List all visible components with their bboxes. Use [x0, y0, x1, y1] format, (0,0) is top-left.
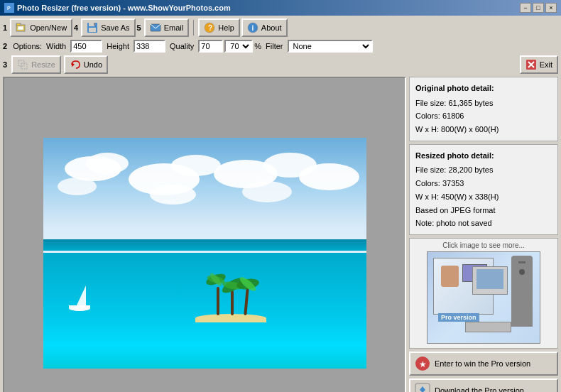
- resized-note: Note: photo not saved: [415, 217, 552, 230]
- height-label: Height: [107, 42, 129, 50]
- pro-screenshot[interactable]: Pro version: [427, 251, 540, 344]
- enter-pro-button[interactable]: ★ Enter to win the Pro version: [409, 352, 558, 376]
- about-button[interactable]: i About: [241, 18, 288, 37]
- minimize-button[interactable]: −: [520, 3, 531, 13]
- help-label: Help: [218, 23, 234, 32]
- pro-avatar: [441, 266, 459, 287]
- sailboat: [69, 283, 90, 311]
- step1-label: 1: [3, 23, 7, 32]
- resized-colors: Colors: 37353: [415, 177, 552, 190]
- content-area: Original photo detail: File size: 61,365…: [3, 77, 558, 392]
- svg-rect-6: [89, 23, 94, 26]
- pro-keyboard: [465, 322, 511, 332]
- email-label: Email: [164, 23, 184, 32]
- resized-format: Based on JPEG format: [415, 204, 552, 217]
- title-bar: P Photo Resizer (free version) - www.Sho…: [0, 0, 561, 16]
- original-file-size: File size: 61,365 bytes: [415, 97, 552, 110]
- step3-label: 3: [3, 60, 7, 69]
- options-label: Options:: [13, 42, 42, 50]
- resized-dimensions: W x H: 450(W) x 338(H): [415, 190, 552, 204]
- undo-label: Undo: [84, 60, 102, 69]
- svg-text:i: i: [251, 24, 254, 32]
- options-row: 2 Options: Width Height Quality 70 % Fil…: [3, 40, 558, 53]
- svg-rect-3: [16, 23, 21, 26]
- height-input[interactable]: [134, 40, 165, 53]
- resize-icon: [17, 59, 28, 70]
- percent-label: %: [254, 42, 261, 50]
- resize-button[interactable]: Resize: [11, 55, 61, 74]
- close-button[interactable]: ×: [545, 3, 557, 13]
- help-button[interactable]: ? Help: [198, 18, 240, 37]
- filter-label: Filter: [266, 42, 283, 50]
- save-as-button[interactable]: Save As: [81, 18, 135, 37]
- email-icon: [150, 22, 161, 33]
- save-icon: [87, 22, 98, 33]
- original-colors: Colors: 61806: [415, 109, 552, 123]
- undo-icon: [70, 59, 81, 70]
- undo-button[interactable]: Undo: [64, 55, 108, 74]
- pro-image-box[interactable]: Click image to see more... P: [409, 238, 558, 349]
- enter-pro-icon: ★: [415, 356, 430, 371]
- filter-select[interactable]: None: [288, 40, 373, 53]
- action-row: 3 Resize Undo: [3, 55, 558, 74]
- original-dimensions: W x H: 800(W) x 600(H): [415, 123, 552, 136]
- step5-label: 5: [137, 23, 141, 32]
- svg-text:★: ★: [419, 359, 427, 369]
- island: [188, 301, 273, 322]
- svg-rect-8: [94, 23, 95, 26]
- width-label: Width: [46, 42, 66, 50]
- enter-pro-label: Enter to win the Pro version: [435, 359, 530, 368]
- separator: [193, 20, 194, 36]
- help-icon: ?: [204, 22, 215, 33]
- pro-click-label: Click image to see more...: [413, 241, 555, 249]
- beach-photo: [43, 138, 366, 369]
- original-detail-box: Original photo detail: File size: 61,365…: [409, 77, 558, 141]
- pro-tower: [511, 256, 533, 327]
- about-icon: i: [247, 22, 258, 33]
- resize-label: Resize: [31, 60, 55, 69]
- window-title: Photo Resizer (free version) - www.ShowY…: [17, 4, 231, 12]
- quality-input[interactable]: [198, 40, 223, 53]
- svg-marker-16: [72, 62, 75, 67]
- download-pro-icon: [415, 383, 430, 392]
- window-controls: − □ ×: [520, 3, 557, 13]
- exit-button[interactable]: Exit: [520, 55, 558, 74]
- step4-label: 4: [74, 23, 78, 32]
- window-body: 1 Open/New 4 Save As: [0, 16, 561, 392]
- exit-icon: [525, 59, 537, 70]
- about-label: About: [261, 23, 282, 32]
- original-detail-title: Original photo detail:: [415, 82, 552, 95]
- svg-text:?: ?: [208, 24, 212, 32]
- svg-rect-4: [18, 26, 23, 30]
- right-panel: Original photo detail: File size: 61,365…: [409, 77, 558, 392]
- step2-label: 2: [3, 42, 7, 50]
- download-pro-button[interactable]: Download the Pro version: [409, 379, 558, 392]
- toolbar: 1 Open/New 4 Save As: [3, 18, 558, 37]
- pro-badge: Pro version: [438, 313, 479, 322]
- maximize-button[interactable]: □: [533, 3, 544, 13]
- svg-rect-7: [89, 28, 96, 32]
- photo-area: [3, 77, 406, 392]
- pro-monitor: [472, 266, 508, 295]
- resized-file-size: File size: 28,200 bytes: [415, 163, 552, 177]
- open-icon: [16, 22, 27, 33]
- quality-label: Quality: [170, 42, 194, 50]
- email-button[interactable]: Email: [144, 18, 190, 37]
- exit-label: Exit: [540, 60, 552, 69]
- resized-detail-box: Resized photo detail: File size: 28,200 …: [409, 144, 558, 235]
- app-icon: P: [4, 3, 14, 13]
- save-as-label: Save As: [101, 23, 129, 32]
- quality-select[interactable]: 70: [224, 40, 253, 53]
- quality-wrap: 70 %: [198, 40, 261, 53]
- open-new-label: Open/New: [30, 23, 67, 32]
- resized-detail-title: Resized photo detail:: [415, 149, 552, 163]
- width-input[interactable]: [70, 40, 102, 53]
- sea-horizon: [43, 239, 366, 251]
- svg-text:P: P: [7, 6, 11, 11]
- open-new-button[interactable]: Open/New: [10, 18, 72, 37]
- download-pro-label: Download the Pro version: [435, 386, 524, 392]
